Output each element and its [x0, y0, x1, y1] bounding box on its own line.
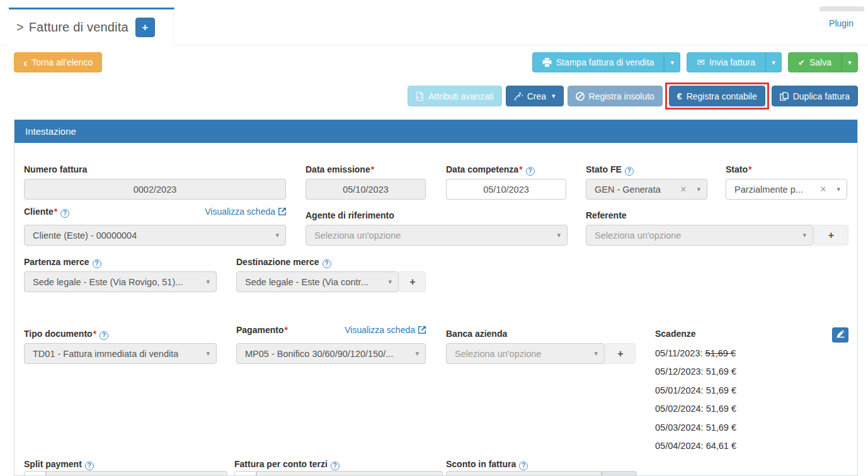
add-invoice-button[interactable]: + — [135, 18, 155, 37]
send-split-button: ✉ Invia fattura ▾ — [687, 52, 782, 72]
caret-down-icon: ▾ — [557, 231, 561, 239]
page-title: Fatture di vendita — [29, 20, 128, 35]
stato-select[interactable]: Parzialmente p... × ▾ — [726, 179, 847, 200]
sconto-unit-toggle[interactable] — [602, 471, 637, 475]
printer-icon — [542, 58, 552, 67]
plugin-link[interactable]: Plugin — [829, 18, 854, 28]
back-to-list-label: Torna all'elenco — [31, 57, 93, 67]
referente-select[interactable]: Seleziona un'opzione ▾ — [586, 225, 813, 246]
help-icon[interactable]: ? — [331, 462, 340, 470]
check-icon: ✔ — [798, 58, 805, 67]
cliente-select[interactable]: Cliente (Este) - 00000004 ▾ — [24, 225, 286, 246]
numero-fattura-label: Numero fattura — [24, 164, 87, 174]
create-label: Crea — [527, 91, 546, 101]
data-competenza-input[interactable]: 05/10/2023 — [446, 179, 566, 200]
caret-down-icon: ▾ — [594, 349, 598, 358]
pagamento-label: Pagamento* — [236, 325, 288, 335]
destinazione-merce-select[interactable]: Sede legale - Este (Via contr... ▾ — [236, 271, 399, 292]
help-icon[interactable]: ? — [323, 259, 331, 268]
send-dropdown-toggle[interactable]: ▾ — [765, 52, 782, 72]
back-to-list-button[interactable]: ‹ Torna all'elenco — [14, 52, 102, 72]
create-button[interactable]: Crea ▾ — [506, 86, 564, 106]
edit-scadenze-button[interactable] — [832, 327, 848, 343]
magic-wand-icon — [514, 92, 523, 101]
help-icon[interactable]: ? — [526, 167, 535, 176]
cliente-label: Cliente*? — [24, 207, 69, 218]
view-payment-link[interactable]: Visualizza scheda — [345, 325, 426, 335]
collapsed-tab[interactable] — [819, 6, 864, 11]
scadenza-item: 05/11/2023: 51,69 € — [655, 348, 736, 358]
caret-down-icon: ▾ — [802, 231, 806, 239]
sconto-fattura-label: Sconto in fattura? — [446, 459, 528, 470]
partenza-merce-select[interactable]: Sede legale - Este (Via Rovigo, 51)... ▾ — [24, 271, 217, 292]
required-asterisk: * — [371, 164, 374, 174]
split-payment-checkbox[interactable] — [24, 471, 46, 475]
agente-select[interactable]: Seleziona un'opzione ▾ — [306, 225, 568, 246]
add-referente-button[interactable]: + — [814, 225, 848, 246]
pagamento-select[interactable]: MP05 - Bonifico 30/60/90/120/150/... ▾ — [236, 343, 426, 364]
print-dropdown-toggle[interactable]: ▾ — [664, 52, 680, 72]
register-unpaid-button[interactable]: Registra insoluto — [568, 86, 663, 106]
panel-title: Intestazione — [14, 120, 857, 143]
scadenza-item: 05/01/2024: 51,69 € — [655, 385, 736, 395]
sconto-fattura-input[interactable] — [446, 471, 602, 475]
tipo-documento-select[interactable]: TD01 - Fattura immediata di vendita ▾ — [24, 343, 217, 364]
help-icon[interactable]: ? — [85, 462, 94, 470]
tab-fatture-di-vendita[interactable]: > Fatture di vendita + — [9, 8, 174, 45]
data-emissione-input: 05/10/2023 — [306, 179, 426, 200]
chevron-left-icon: ‹ — [23, 57, 27, 69]
advanced-attributes-button[interactable]: Attributi avanzati — [408, 86, 502, 106]
scadenze-label: Scadenze — [655, 329, 696, 339]
stato-label: Stato* — [726, 164, 751, 174]
caret-down-icon: ▾ — [772, 59, 775, 67]
register-accounting-label: Registra contabile — [687, 91, 757, 101]
conto-terzi-input[interactable] — [256, 471, 443, 475]
help-icon[interactable]: ? — [60, 209, 69, 218]
save-button[interactable]: ✔ Salva — [788, 52, 842, 72]
help-icon[interactable]: ? — [519, 462, 528, 470]
add-destinazione-button[interactable]: + — [399, 271, 426, 292]
required-asterisk: * — [284, 325, 287, 335]
caret-down-icon: ▾ — [388, 278, 392, 286]
scadenza-item: 05/02/2024: 51,69 € — [655, 404, 736, 414]
red-annotation-box: € Registra contabile — [665, 82, 769, 110]
print-invoice-button[interactable]: Stampa fattura di vendita — [532, 52, 665, 72]
envelope-icon: ✉ — [697, 57, 705, 68]
required-asterisk: * — [519, 164, 522, 174]
duplicate-invoice-button[interactable]: Duplica fattura — [772, 86, 858, 106]
banca-azienda-select[interactable]: Seleziona un'opzione ▾ — [446, 343, 605, 364]
panel-body: Numero fattura Data emissione* Data comp… — [14, 143, 857, 475]
header-panel: Intestazione Numero fattura Data emissio… — [14, 120, 858, 476]
required-asterisk: * — [748, 164, 751, 174]
cliente-label-row: Cliente*? Visualizza scheda — [24, 207, 286, 218]
caret-down-icon: ▾ — [552, 92, 556, 100]
destinazione-merce-label: Destinazione merce? — [236, 257, 331, 268]
send-invoice-button[interactable]: ✉ Invia fattura — [687, 52, 765, 72]
numero-fattura-input: 0002/2023 — [24, 179, 286, 200]
stato-fe-label: Stato FE? — [586, 164, 634, 176]
view-customer-link[interactable]: Visualizza scheda — [205, 207, 286, 217]
clear-icon[interactable]: × — [820, 184, 826, 195]
stato-fe-select[interactable]: GEN - Generata × ▾ — [586, 179, 707, 200]
add-banca-button[interactable]: + — [605, 343, 636, 364]
clear-icon[interactable]: × — [680, 184, 686, 195]
referente-label: Referente — [586, 210, 627, 220]
caret-down-icon: ▾ — [415, 349, 419, 358]
actions-row: Attributi avanzati Crea ▾ Registra insol… — [408, 86, 858, 106]
print-invoice-label: Stampa fattura di vendita — [556, 57, 654, 67]
external-link-icon — [278, 208, 286, 215]
help-icon[interactable]: ? — [625, 167, 634, 176]
help-icon[interactable]: ? — [100, 331, 108, 340]
conto-terzi-checkbox[interactable] — [234, 471, 256, 475]
send-invoice-label: Invia fattura — [709, 57, 755, 67]
scadenza-item: 05/03/2024: 51,69 € — [655, 422, 736, 433]
pencil-square-icon — [837, 329, 845, 341]
split-payment-input[interactable] — [46, 471, 227, 475]
toolbar-right: Stampa fattura di vendita ▾ ✉ Invia fatt… — [532, 52, 858, 72]
required-asterisk: * — [93, 329, 96, 339]
save-dropdown-toggle[interactable]: ▾ — [842, 52, 858, 72]
help-icon[interactable]: ? — [93, 259, 101, 268]
register-accounting-button[interactable]: € Registra contabile — [669, 86, 765, 106]
plus-icon: + — [142, 21, 148, 34]
euro-icon: € — [677, 91, 682, 101]
